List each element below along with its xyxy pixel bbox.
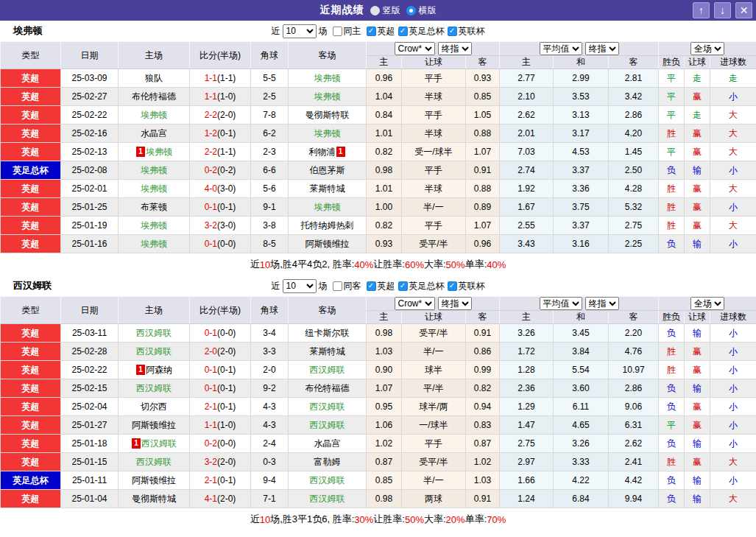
- avg-home-odds: 1.92: [500, 180, 554, 198]
- same-venue-filter[interactable]: 同主: [333, 25, 361, 38]
- same-venue-checkbox[interactable]: [333, 281, 342, 291]
- column-header: 角球: [251, 297, 289, 324]
- avg-draw-odds: 3.53: [554, 88, 609, 106]
- summary-value: 10: [260, 259, 270, 270]
- odds-company-select[interactable]: Crow*: [395, 42, 435, 55]
- corner-score: 9-4: [251, 471, 289, 490]
- team-name-text: 埃弗顿: [146, 147, 172, 157]
- avg-draw-odds: 4.53: [554, 143, 609, 161]
- score: 0-2(0-2): [190, 161, 251, 180]
- match-count-select[interactable]: 10: [283, 24, 317, 38]
- corner-score: 2-4: [251, 435, 289, 453]
- avg-draw-odds: 4.65: [554, 416, 609, 435]
- handicap-home-odds: 0.98: [367, 324, 402, 343]
- team-name-text: 埃弗顿: [141, 165, 167, 175]
- league-badge: 英超: [1, 490, 61, 508]
- corner-score: 4-3: [251, 416, 289, 435]
- column-subheader: 主: [367, 311, 402, 324]
- avg-home-odds: 3.43: [500, 235, 554, 253]
- handicap-line: 半球: [402, 124, 466, 143]
- team-name-text: 埃弗顿: [314, 91, 341, 102]
- handicap-line: 受平/半: [402, 324, 466, 343]
- odds-group-header: Crow*终指: [367, 42, 500, 56]
- vertical-radio[interactable]: [370, 6, 380, 15]
- average-select[interactable]: 平均值: [540, 42, 582, 55]
- score: 2-2(1-1): [190, 143, 251, 161]
- league-label: 英联杯: [459, 25, 485, 38]
- column-header: 类型: [1, 297, 61, 324]
- match-date: 25-02-16: [61, 124, 119, 143]
- result-outcome: 负: [659, 235, 685, 253]
- scope-select[interactable]: 全场: [690, 42, 724, 55]
- match-row: 英超25-03-09狼队1-1(1-1)5-5埃弗顿0.96平手0.932.77…: [1, 69, 756, 88]
- league-filter[interactable]: ✓英联杯: [448, 25, 485, 38]
- match-row: 英超25-01-16埃弗顿0-1(0-0)8-5阿斯顿维拉0.93受平/半0.9…: [1, 235, 756, 253]
- league-checkbox[interactable]: ✓: [398, 27, 408, 36]
- result-outcome: 胜: [659, 124, 685, 143]
- away-team: 纽卡斯尔联: [289, 324, 367, 343]
- league-filter[interactable]: ✓英联杯: [448, 280, 485, 292]
- score: 4-1(2-0): [190, 490, 251, 508]
- team-name-text: 西汉姆联: [141, 438, 177, 449]
- result-outcome: 负: [659, 379, 685, 398]
- corner-score: 4-3: [251, 398, 289, 416]
- column-header: 类型: [1, 42, 61, 69]
- odds-stage-select[interactable]: 终指: [438, 42, 472, 55]
- horizontal-radio[interactable]: [406, 6, 416, 15]
- team-name-text: 埃弗顿: [314, 73, 341, 83]
- close-button[interactable]: ✕: [735, 2, 752, 18]
- odds-company-select[interactable]: Crow*: [395, 297, 435, 310]
- league-filter[interactable]: ✓英足总杯: [398, 25, 445, 38]
- league-checkbox[interactable]: ✓: [448, 281, 457, 291]
- league-badge: 英超: [1, 398, 61, 416]
- league-filter[interactable]: ✓英超: [367, 25, 395, 38]
- handicap-away-odds: 0.83: [466, 416, 500, 435]
- column-subheader: 主: [367, 56, 402, 69]
- layout-horizontal-option[interactable]: 横版: [406, 4, 437, 17]
- result-handicap: 输: [685, 471, 710, 490]
- result-outcome: 负: [659, 435, 685, 453]
- match-row: 英超25-02-28西汉姆联2-0(2-0)3-3莱斯特城1.03半/一0.86…: [1, 343, 756, 361]
- match-count-select[interactable]: 10: [283, 279, 317, 293]
- team-section: 西汉姆联 近 10 场 同客 ✓英超✓英足总杯✓英联杯 类型日期主场比分(半场)…: [0, 275, 756, 530]
- home-team: 1西汉姆联: [119, 435, 190, 453]
- column-header: 角球: [251, 42, 289, 69]
- league-badge: 英超: [1, 69, 61, 88]
- league-filter[interactable]: ✓英超: [367, 280, 395, 292]
- result-goals: 大: [710, 124, 756, 143]
- home-team: 西汉姆联: [119, 453, 190, 471]
- home-team: 西汉姆联: [119, 324, 190, 343]
- team-name-text: 曼彻斯特城: [132, 494, 176, 504]
- scroll-up-button[interactable]: ↑: [693, 2, 710, 18]
- result-handicap: 赢: [685, 124, 710, 143]
- team-name-text: 西汉姆联: [136, 457, 172, 467]
- result-handicap: 赢: [685, 398, 710, 416]
- odds-stage-select[interactable]: 终指: [438, 297, 472, 310]
- result-goals: 小: [710, 379, 756, 398]
- scroll-down-button[interactable]: ↓: [714, 2, 731, 18]
- summary-text: 让胜率:: [373, 513, 405, 526]
- league-checkbox[interactable]: ✓: [367, 281, 376, 291]
- average-stage-select[interactable]: 终指: [585, 42, 619, 55]
- league-checkbox[interactable]: ✓: [367, 27, 376, 36]
- away-team: 埃弗顿: [289, 124, 367, 143]
- average-stage-select[interactable]: 终指: [585, 297, 619, 310]
- result-goals: 大: [710, 490, 756, 508]
- result-outcome: 胜: [659, 217, 685, 235]
- scope-select[interactable]: 全场: [690, 297, 724, 310]
- same-venue-filter[interactable]: 同客: [333, 280, 361, 292]
- league-filter[interactable]: ✓英足总杯: [398, 280, 445, 292]
- team-name-text: 埃弗顿: [141, 239, 167, 249]
- league-badge: 英超: [1, 124, 61, 143]
- team-name-text: 西汉姆联: [310, 475, 345, 485]
- league-checkbox[interactable]: ✓: [398, 281, 408, 291]
- match-date: 25-01-27: [61, 416, 119, 435]
- league-checkbox[interactable]: ✓: [448, 27, 457, 36]
- result-handicap: 赢: [685, 217, 710, 235]
- same-venue-checkbox[interactable]: [333, 27, 342, 36]
- layout-vertical-option[interactable]: 竖版: [370, 4, 400, 17]
- corner-score: 3-4: [251, 324, 289, 343]
- handicap-away-odds: 0.82: [466, 379, 500, 398]
- average-select[interactable]: 平均值: [540, 297, 582, 310]
- handicap-home-odds: 0.82: [367, 143, 402, 161]
